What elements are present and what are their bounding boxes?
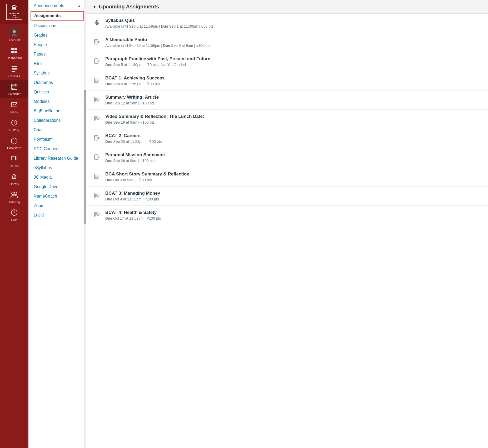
nav-3cmedia[interactable]: 3C Media bbox=[28, 173, 86, 182]
svg-point-24 bbox=[12, 192, 14, 195]
assignment-icon bbox=[93, 57, 101, 65]
assignment-row[interactable]: Personal Mission StatementDue Sep 26 at … bbox=[86, 148, 488, 167]
assignment-title[interactable]: Summary Writing: Article bbox=[105, 95, 482, 100]
assignments-list: Syllabus QuizAvailable until Sep 5 at 11… bbox=[86, 14, 488, 225]
nav-collaborations[interactable]: Collaborations bbox=[28, 116, 86, 125]
nav-lucid[interactable]: Lucid bbox=[28, 210, 86, 220]
assignment-row[interactable]: BCAT 3: Managing MoneyDue Oct 4 at 11:59… bbox=[86, 187, 488, 206]
nav-library-label: Library bbox=[9, 182, 19, 186]
assignment-row[interactable]: BCA Short Story Summary & ReflectionDue … bbox=[86, 167, 488, 187]
assignment-icon bbox=[93, 210, 101, 219]
nav-pages[interactable]: Pages bbox=[28, 49, 86, 59]
nav-calendar[interactable]: Calendar bbox=[0, 80, 28, 98]
svg-rect-19 bbox=[11, 103, 17, 107]
nav-inbox[interactable]: Inbox bbox=[0, 98, 28, 116]
assignment-title[interactable]: Paragraph Practice with Past, Present an… bbox=[105, 56, 482, 62]
assignment-title[interactable]: A Memorable Photo bbox=[105, 37, 482, 42]
assignment-row[interactable]: BCAT 2: CareersDue Sep 20 at 11:59pm | -… bbox=[86, 129, 488, 148]
assignment-title[interactable]: Personal Mission Statement bbox=[105, 152, 482, 158]
upcoming-assignments-title: Upcoming Assignments bbox=[99, 4, 159, 10]
nav-outcomes[interactable]: Outcomes bbox=[28, 78, 86, 87]
svg-rect-2 bbox=[11, 48, 14, 50]
nav-account[interactable]: Account bbox=[0, 25, 28, 44]
svg-text:?: ? bbox=[13, 210, 15, 215]
nav-library[interactable]: Library bbox=[0, 170, 28, 188]
nav-googledrive[interactable]: Google Drive bbox=[28, 182, 86, 192]
nav-quizzes[interactable]: Quizzes bbox=[28, 87, 86, 97]
assignment-title[interactable]: BCAT 4: Health & Safety bbox=[105, 210, 482, 215]
nav-portfolium[interactable]: Portfolium bbox=[28, 135, 86, 144]
account-avatar bbox=[9, 27, 19, 37]
nav-bookstore-label: Bookstore bbox=[7, 146, 21, 150]
nav-tutoring[interactable]: Tutoring bbox=[0, 188, 28, 206]
svg-point-25 bbox=[14, 192, 17, 195]
assignment-icon bbox=[93, 114, 101, 123]
assignment-meta: Due Sep 19 at 9am | -/100 pts bbox=[105, 120, 482, 124]
nav-syllabus[interactable]: Syllabus bbox=[28, 68, 86, 78]
nav-libraryguide[interactable]: Library Research Guide bbox=[28, 154, 86, 163]
assignment-row[interactable]: Summary Writing: ArticleDue Sep 12 at 9a… bbox=[86, 90, 488, 110]
assignment-title[interactable]: BCAT 3: Managing Money bbox=[105, 191, 482, 196]
nav-bookstore[interactable]: Bookstore bbox=[0, 134, 28, 152]
assignment-title[interactable]: Video Summary & Reflection: The Lunch Da… bbox=[105, 114, 482, 119]
nav-zoom[interactable]: Zoom bbox=[28, 201, 86, 210]
nav-announcements[interactable]: Announcements bbox=[34, 3, 64, 8]
nav-modules[interactable]: Modules bbox=[28, 97, 86, 106]
nav-bigbluebutton[interactable]: BigBlueButton bbox=[28, 106, 86, 116]
nav-esyllabus[interactable]: eSyllabus bbox=[28, 163, 86, 173]
assignment-row[interactable]: BCAT 1: Achieving SuccessDue Sep 6 at 11… bbox=[86, 71, 488, 90]
svg-rect-18 bbox=[14, 88, 14, 89]
nav-courses[interactable]: Courses bbox=[0, 62, 28, 80]
assignment-info: Paragraph Practice with Past, Present an… bbox=[105, 56, 482, 67]
studio-icon bbox=[11, 155, 18, 163]
assignment-row[interactable]: Video Summary & Reflection: The Lunch Da… bbox=[86, 110, 488, 129]
svg-rect-22 bbox=[11, 156, 16, 160]
nav-namecoach[interactable]: NameCoach bbox=[28, 192, 86, 201]
nav-history[interactable]: History bbox=[0, 116, 28, 134]
assignment-row[interactable]: Paragraph Practice with Past, Present an… bbox=[86, 52, 488, 71]
assignment-title[interactable]: BCAT 2: Careers bbox=[105, 133, 482, 138]
course-nav-list: Announcements ▲ Assignments Discussions … bbox=[28, 0, 86, 448]
assignment-info: Syllabus QuizAvailable until Sep 5 at 11… bbox=[105, 18, 482, 28]
global-nav: 🏛 PASADENA CITY COLLEGE Account Dashboar… bbox=[0, 0, 28, 448]
assignment-icon bbox=[93, 38, 101, 46]
scrollbar-track[interactable] bbox=[84, 0, 86, 448]
college-logo[interactable]: 🏛 PASADENA CITY COLLEGE bbox=[0, 0, 28, 24]
assignment-row[interactable]: Syllabus QuizAvailable until Sep 5 at 11… bbox=[86, 14, 488, 33]
assignment-meta: Due Oct 17 at 11:59pm | -/100 pts bbox=[105, 216, 482, 220]
assignment-icon bbox=[93, 76, 101, 84]
svg-rect-9 bbox=[12, 71, 15, 72]
nav-files[interactable]: Files bbox=[28, 59, 86, 68]
assignment-title[interactable]: BCAT 1: Achieving Success bbox=[105, 75, 482, 81]
svg-rect-6 bbox=[12, 66, 17, 67]
svg-point-1 bbox=[12, 34, 17, 36]
nav-grades[interactable]: Grades bbox=[28, 31, 86, 40]
assignment-row[interactable]: BCAT 4: Health & SafetyDue Oct 17 at 11:… bbox=[86, 206, 488, 225]
nav-pccconnect[interactable]: PCC Connect bbox=[28, 144, 86, 154]
svg-rect-15 bbox=[14, 87, 14, 87]
quiz-icon bbox=[93, 18, 101, 27]
svg-rect-5 bbox=[14, 51, 17, 53]
inbox-icon bbox=[11, 101, 18, 109]
nav-assignments[interactable]: Assignments bbox=[31, 11, 84, 21]
upcoming-assignments-header[interactable]: ▼ Upcoming Assignments bbox=[86, 0, 488, 14]
tutoring-icon bbox=[10, 191, 18, 199]
nav-chat[interactable]: Chat bbox=[28, 125, 86, 135]
assignment-meta: Due Sep 6 at 11:59pm | -/100 pts bbox=[105, 82, 482, 86]
nav-people[interactable]: People bbox=[28, 40, 86, 49]
nav-inbox-label: Inbox bbox=[10, 110, 18, 114]
assignment-title[interactable]: Syllabus Quiz bbox=[105, 18, 482, 23]
scrollbar-thumb[interactable] bbox=[84, 90, 86, 224]
nav-studio[interactable]: Studio bbox=[0, 152, 28, 170]
assignment-title[interactable]: BCA Short Story Summary & Reflection bbox=[105, 172, 482, 177]
calendar-icon bbox=[11, 83, 18, 91]
assignment-icon bbox=[93, 95, 101, 104]
nav-discussions[interactable]: Discussions bbox=[28, 21, 86, 31]
assignment-info: BCAT 2: CareersDue Sep 20 at 11:59pm | -… bbox=[105, 133, 482, 144]
help-icon: ? bbox=[11, 209, 18, 217]
nav-help[interactable]: ? Help bbox=[0, 206, 28, 224]
assignment-meta: Due Oct 4 at 11:59pm | -/100 pts bbox=[105, 197, 482, 201]
svg-rect-17 bbox=[12, 88, 13, 89]
nav-dashboard[interactable]: Dashboard bbox=[0, 44, 28, 62]
assignment-row[interactable]: A Memorable PhotoAvailable until Sep 30 … bbox=[86, 33, 488, 52]
